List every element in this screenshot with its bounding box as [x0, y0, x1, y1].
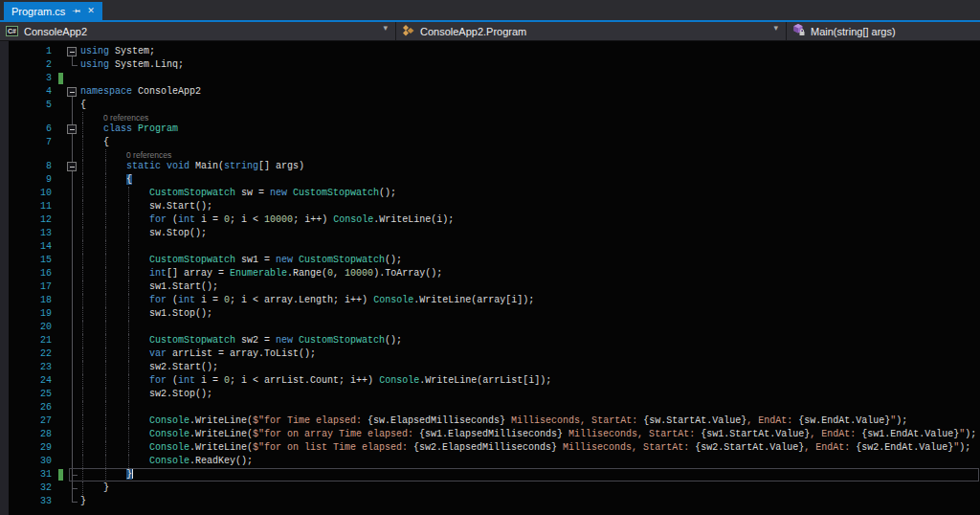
code-text: Console.WriteLine($"for Time elapsed: {s…	[80, 414, 907, 428]
member-dropdown[interactable]: Main(string[] args)	[786, 22, 980, 40]
code-line[interactable]: 8 static void Main(string[] args)	[0, 160, 980, 173]
code-line[interactable]: 10 CustomStopwatch sw = new CustomStopwa…	[0, 187, 980, 200]
code-line[interactable]: 32 }	[0, 481, 980, 495]
line-number[interactable]: 3	[0, 72, 52, 85]
line-number[interactable]: 24	[0, 374, 52, 388]
line-number[interactable]: 10	[0, 187, 52, 200]
code-line[interactable]: 26	[0, 401, 980, 414]
project-dropdown[interactable]: C# ConsoleApp2 ▾	[0, 22, 394, 40]
indent-guide	[82, 112, 83, 123]
code-line[interactable]: 21 CustomStopwatch sw2 = new CustomStopw…	[0, 334, 980, 347]
close-icon[interactable]: ✕	[87, 7, 95, 15]
code-line[interactable]: 7 {	[0, 136, 980, 149]
line-number[interactable]: 13	[0, 227, 52, 240]
outlining-margin	[65, 123, 80, 136]
line-number[interactable]: 28	[0, 428, 52, 441]
line-number[interactable]: 15	[0, 254, 52, 267]
pin-icon[interactable]	[71, 6, 81, 16]
line-number[interactable]: 18	[0, 294, 52, 307]
code-line[interactable]: 9 {	[0, 173, 980, 187]
code-line[interactable]: 17 sw1.Start();	[0, 280, 980, 294]
fold-toggle-icon[interactable]	[67, 87, 77, 97]
code-text: sw1.Start();	[80, 280, 218, 294]
codelens-references[interactable]: 0 references	[103, 113, 148, 123]
outlining-margin	[65, 361, 80, 374]
line-number[interactable]: 33	[0, 495, 52, 508]
code-line[interactable]: 14	[0, 240, 980, 254]
code-line[interactable]: 29 Console.WriteLine($"for on list Time …	[0, 441, 980, 455]
code-line[interactable]: 18 for (int i = 0; i < array.Length; i++…	[0, 294, 980, 307]
outlining-margin	[65, 58, 80, 72]
code-text: Console.ReadKey();	[80, 455, 253, 468]
line-number[interactable]: 29	[0, 441, 52, 455]
code-line[interactable]: 11 sw.Start();	[0, 200, 980, 213]
outlining-margin	[65, 481, 80, 495]
code-text: for (int i = 0; i < 10000; i++) Console.…	[80, 213, 454, 227]
tab-program-cs[interactable]: Program.cs ✕	[4, 2, 102, 20]
codelens-references[interactable]: 0 references	[126, 150, 171, 160]
code-line[interactable]: 27 Console.WriteLine($"for Time elapsed:…	[0, 414, 980, 428]
line-number[interactable]: 17	[0, 280, 52, 294]
code-line[interactable]: 13 sw.Stop();	[0, 227, 980, 240]
line-number[interactable]: 9	[0, 173, 52, 187]
code-line[interactable]: 23 sw2.Start();	[0, 361, 980, 374]
code-line[interactable]: 25 sw2.Stop();	[0, 388, 980, 401]
code-line[interactable]: 24 for (int i = 0; i < arrList.Count; i+…	[0, 374, 980, 388]
fold-toggle-icon[interactable]	[67, 47, 77, 56]
code-line[interactable]: 19 sw1.Stop();	[0, 307, 980, 321]
code-line[interactable]: 1using System;	[0, 45, 980, 58]
code-line[interactable]: 3	[0, 72, 980, 85]
code-text: for (int i = 0; i < array.Length; i++) C…	[80, 294, 534, 307]
line-number[interactable]: 32	[0, 481, 52, 495]
line-number[interactable]: 27	[0, 414, 52, 428]
code-line[interactable]: 28 Console.WriteLine($"for on array Time…	[0, 428, 980, 441]
code-line[interactable]: 22 var arrList = array.ToList();	[0, 347, 980, 361]
outlining-margin	[65, 267, 80, 280]
line-number[interactable]: 8	[0, 160, 52, 173]
codelens-row[interactable]: 0 references	[0, 112, 980, 123]
code-line[interactable]: 33}	[0, 495, 980, 508]
code-line[interactable]: 6 class Program	[0, 123, 980, 136]
fold-toggle-icon[interactable]	[67, 162, 77, 171]
code-line[interactable]: 12 for (int i = 0; i < 10000; i++) Conso…	[0, 213, 980, 227]
type-dropdown[interactable]: ConsoleApp2.Program ▾	[395, 22, 785, 40]
line-number[interactable]: 19	[0, 307, 52, 321]
line-number[interactable]: 22	[0, 347, 52, 361]
line-number[interactable]: 7	[0, 136, 52, 149]
code-editor[interactable]: 1using System;2using System.Linq;34names…	[0, 41, 980, 515]
line-number[interactable]: 12	[0, 213, 52, 227]
outlining-margin	[65, 294, 80, 307]
codelens-row[interactable]: 0 references	[0, 149, 980, 160]
line-number[interactable]: 20	[0, 321, 52, 334]
chevron-down-icon: ▾	[773, 23, 778, 33]
fold-toggle-icon[interactable]	[67, 124, 77, 134]
code-line[interactable]: 5{	[0, 99, 980, 112]
outlining-margin	[65, 455, 80, 468]
line-number[interactable]: 2	[0, 58, 52, 72]
code-text: }	[80, 495, 86, 508]
line-number[interactable]: 30	[0, 455, 52, 468]
line-number[interactable]: 26	[0, 401, 52, 414]
code-line[interactable]: 31 }	[0, 468, 980, 481]
line-number[interactable]: 23	[0, 361, 52, 374]
line-number[interactable]: 11	[0, 200, 52, 213]
line-number[interactable]: 14	[0, 240, 52, 254]
line-number[interactable]: 4	[0, 85, 52, 99]
code-line[interactable]: 2using System.Linq;	[0, 58, 980, 72]
outlining-margin	[65, 136, 80, 149]
code-line[interactable]: 16 int[] array = Enumerable.Range(0, 100…	[0, 267, 980, 280]
line-number[interactable]: 21	[0, 334, 52, 347]
line-number[interactable]: 25	[0, 388, 52, 401]
code-line[interactable]: 15 CustomStopwatch sw1 = new CustomStopw…	[0, 254, 980, 267]
change-tracking-bar	[58, 469, 63, 481]
line-number[interactable]: 16	[0, 267, 52, 280]
line-number[interactable]: 1	[0, 45, 52, 58]
line-number[interactable]: 31	[0, 468, 52, 481]
code-line[interactable]: 4namespace ConsoleApp2	[0, 85, 980, 99]
outlining-margin	[65, 441, 80, 455]
outlining-margin	[65, 173, 80, 187]
line-number[interactable]: 6	[0, 123, 52, 136]
code-line[interactable]: 20	[0, 321, 980, 334]
line-number[interactable]: 5	[0, 99, 52, 112]
code-line[interactable]: 30 Console.ReadKey();	[0, 455, 980, 468]
